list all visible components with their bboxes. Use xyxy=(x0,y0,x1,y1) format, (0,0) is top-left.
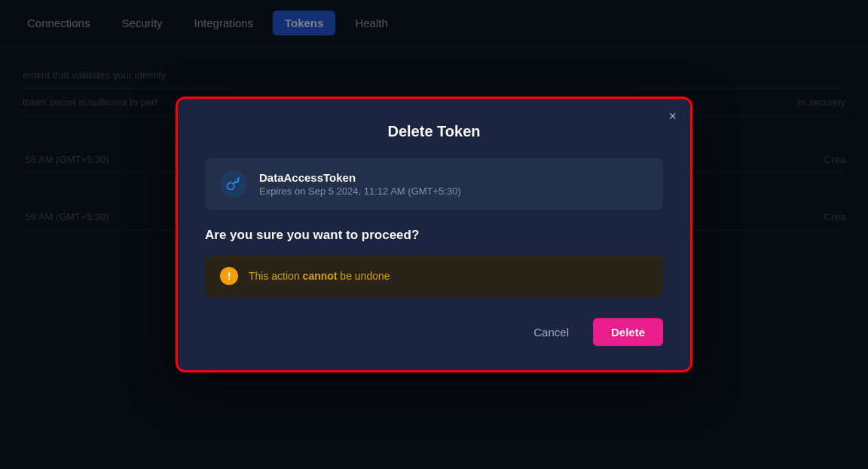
action-buttons: Cancel Delete xyxy=(205,318,663,346)
modal-overlay: × Delete Token DataAccessToken Expires o… xyxy=(0,0,868,469)
confirm-question: Are you sure you want to proceed? xyxy=(205,228,663,243)
warning-icon: ! xyxy=(220,267,238,285)
warning-text-bold: cannot xyxy=(303,270,338,282)
warning-text-end: be undone xyxy=(337,270,390,282)
token-info-box: DataAccessToken Expires on Sep 5 2024, 1… xyxy=(205,158,663,210)
modal-title: Delete Token xyxy=(205,123,663,140)
key-icon xyxy=(226,176,241,192)
warning-box: ! This action cannot be undone xyxy=(205,255,663,297)
modal-close-button[interactable]: × xyxy=(668,109,677,123)
delete-button[interactable]: Delete xyxy=(593,318,663,346)
token-icon xyxy=(220,170,247,198)
token-name: DataAccessToken xyxy=(259,171,461,184)
cancel-button[interactable]: Cancel xyxy=(521,320,581,345)
warning-text-normal: This action xyxy=(249,270,303,282)
token-details: DataAccessToken Expires on Sep 5 2024, 1… xyxy=(259,171,461,197)
token-expiry: Expires on Sep 5 2024, 11:12 AM (GMT+5:3… xyxy=(259,185,461,197)
warning-text: This action cannot be undone xyxy=(249,270,390,282)
delete-token-modal: × Delete Token DataAccessToken Expires o… xyxy=(178,99,690,370)
